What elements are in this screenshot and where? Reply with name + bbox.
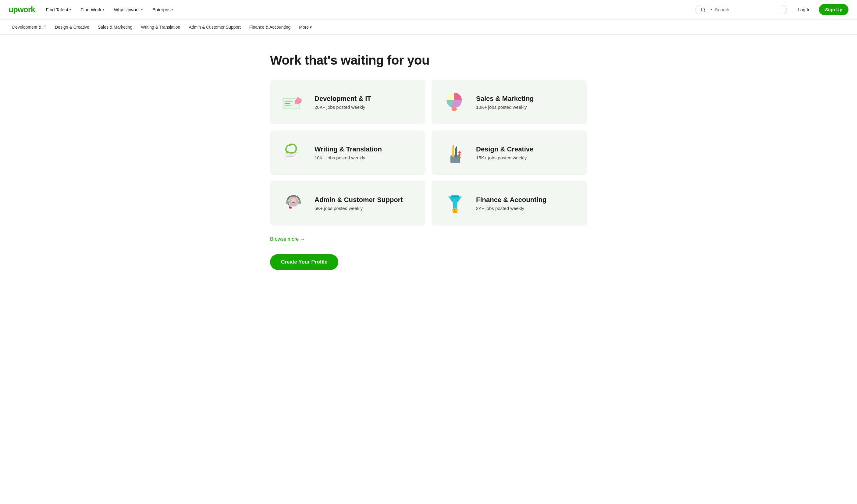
svg-line-1 <box>704 11 705 12</box>
cat-dev-it-label: Development & IT <box>12 25 46 30</box>
svg-rect-22 <box>458 152 461 153</box>
dev-it-icon <box>280 88 307 116</box>
finance-subtitle: 2K+ jobs posted weekly <box>476 206 547 211</box>
card-finance[interactable]: $ Finance & Accounting 2K+ jobs posted w… <box>432 181 587 225</box>
sales-title: Sales & Marketing <box>476 95 534 103</box>
find-work-chevron-icon: ▾ <box>103 8 104 11</box>
finance-icon: $ <box>441 189 469 217</box>
admin-icon <box>280 189 307 217</box>
cat-item-dev-it[interactable]: Development & IT <box>9 23 50 31</box>
cat-writing-label: Writing & Translation <box>141 25 181 30</box>
sales-subtitle: 10K+ jobs posted weekly <box>476 104 534 110</box>
why-upwork-label: Why Upwork <box>114 7 140 12</box>
cat-item-more[interactable]: More ▾ <box>295 23 316 31</box>
logo-text: upwork <box>9 5 35 14</box>
why-upwork-chevron-icon: ▾ <box>141 8 142 11</box>
svg-point-15 <box>286 151 289 154</box>
writing-title: Writing & Translation <box>315 145 382 153</box>
category-nav: Development & IT Design & Creative Sales… <box>0 19 857 35</box>
browse-more-link[interactable]: Browse more → <box>270 236 305 242</box>
find-talent-label: Find Talent <box>46 7 68 12</box>
svg-rect-11 <box>453 107 455 110</box>
svg-rect-29 <box>298 200 301 204</box>
search-divider <box>708 7 708 12</box>
svg-rect-5 <box>285 103 290 104</box>
cat-more-chevron-icon: ▾ <box>309 25 312 30</box>
cat-item-sales[interactable]: Sales & Marketing <box>94 23 136 31</box>
nav-find-work[interactable]: Find Work ▾ <box>77 4 108 15</box>
search-input[interactable] <box>715 7 782 12</box>
nav-why-upwork[interactable]: Why Upwork ▾ <box>110 4 146 15</box>
svg-point-31 <box>289 206 292 209</box>
signup-button[interactable]: Sign Up <box>819 4 848 15</box>
enterprise-label: Enterprise <box>152 7 173 12</box>
admin-subtitle: 5K+ jobs posted weekly <box>315 206 403 211</box>
svg-rect-19 <box>455 149 457 157</box>
svg-rect-17 <box>452 147 454 157</box>
cat-admin-label: Admin & Customer Support <box>189 25 240 30</box>
svg-rect-24 <box>458 157 461 157</box>
svg-rect-4 <box>285 101 293 102</box>
svg-rect-23 <box>458 154 461 155</box>
writing-text: Writing & Translation 10K+ jobs posted w… <box>315 145 382 160</box>
svg-rect-12 <box>285 153 299 162</box>
nav-find-talent[interactable]: Find Talent ▾ <box>42 4 74 15</box>
nav-enterprise[interactable]: Enterprise <box>149 4 177 15</box>
card-writing[interactable]: Writing & Translation 10K+ jobs posted w… <box>270 130 425 175</box>
svg-point-0 <box>701 8 705 11</box>
design-icon <box>441 139 469 166</box>
finance-title: Finance & Accounting <box>476 196 547 204</box>
svg-rect-16 <box>451 155 460 163</box>
svg-text:$: $ <box>454 209 455 212</box>
cat-more-label: More <box>299 25 309 30</box>
svg-rect-14 <box>287 156 293 157</box>
card-design[interactable]: Design & Creative 15K+ jobs posted weekl… <box>432 130 587 175</box>
card-dev-it[interactable]: Development & IT 20K+ jobs posted weekly <box>270 80 425 124</box>
svg-rect-6 <box>285 105 291 106</box>
design-text: Design & Creative 15K+ jobs posted weekl… <box>476 145 533 160</box>
page-title: Work that's waiting for you <box>270 53 587 68</box>
logo[interactable]: upwork <box>9 5 35 14</box>
cat-finance-label: Finance & Accounting <box>249 25 290 30</box>
svg-marker-32 <box>448 197 462 210</box>
main-content: Work that's waiting for you <box>246 35 611 295</box>
search-box[interactable]: ▾ <box>695 5 787 14</box>
dev-it-text: Development & IT 20K+ jobs posted weekly <box>315 95 371 110</box>
admin-text: Admin & Customer Support 5K+ jobs posted… <box>315 196 403 211</box>
sales-text: Sales & Marketing 10K+ jobs posted weekl… <box>476 95 534 110</box>
dev-it-title: Development & IT <box>315 95 371 103</box>
find-work-label: Find Work <box>81 7 101 12</box>
cat-sales-label: Sales & Marketing <box>98 25 133 30</box>
cat-item-writing[interactable]: Writing & Translation <box>137 23 184 31</box>
find-talent-chevron-icon: ▾ <box>69 8 71 11</box>
search-icon <box>701 7 706 12</box>
cat-item-design[interactable]: Design & Creative <box>51 23 93 31</box>
card-sales-marketing[interactable]: Sales & Marketing 10K+ jobs posted weekl… <box>432 80 587 124</box>
writing-icon <box>280 139 307 166</box>
svg-marker-20 <box>455 146 457 149</box>
design-subtitle: 15K+ jobs posted weekly <box>476 155 533 160</box>
sales-icon <box>441 88 469 116</box>
svg-rect-13 <box>287 154 296 155</box>
dev-it-subtitle: 20K+ jobs posted weekly <box>315 104 371 110</box>
svg-rect-37 <box>451 195 459 198</box>
card-admin[interactable]: Admin & Customer Support 5K+ jobs posted… <box>270 181 425 225</box>
admin-title: Admin & Customer Support <box>315 196 403 204</box>
cat-item-admin[interactable]: Admin & Customer Support <box>185 23 244 31</box>
finance-text: Finance & Accounting 2K+ jobs posted wee… <box>476 196 547 211</box>
design-title: Design & Creative <box>476 145 533 153</box>
search-dropdown-chevron-icon[interactable]: ▾ <box>710 7 712 12</box>
svg-marker-18 <box>452 145 454 147</box>
cat-item-finance[interactable]: Finance & Accounting <box>246 23 294 31</box>
writing-subtitle: 10K+ jobs posted weekly <box>315 155 382 160</box>
navbar: upwork Find Talent ▾ Find Work ▾ Why Upw… <box>0 0 857 19</box>
login-button[interactable]: Log In <box>793 4 816 15</box>
cat-design-label: Design & Creative <box>55 25 89 30</box>
category-cards-grid: Development & IT 20K+ jobs posted weekly <box>270 80 587 225</box>
create-profile-button[interactable]: Create Your Profile <box>270 254 338 270</box>
